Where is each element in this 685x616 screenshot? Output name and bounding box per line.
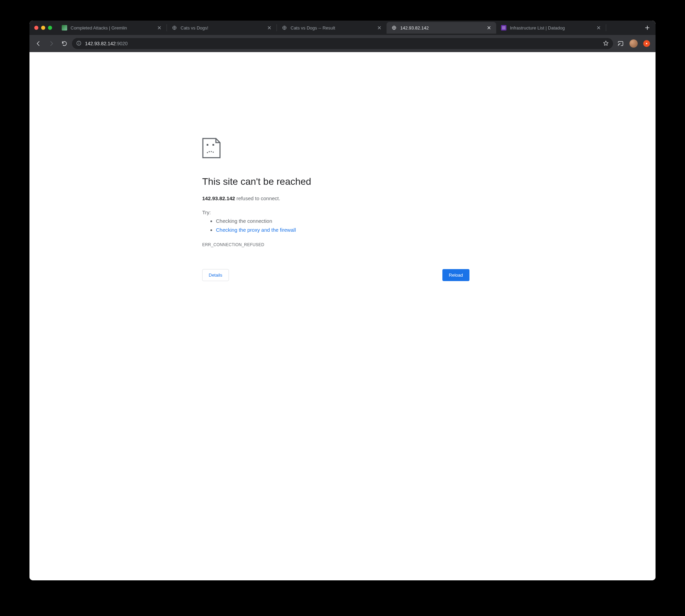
svg-rect-7 (207, 144, 208, 146)
window-close-button[interactable] (34, 26, 38, 30)
error-message-suffix: refused to connect. (235, 195, 280, 201)
tab-title: Cats vs Dogs -- Result (291, 25, 374, 31)
error-page: This site can't be reached 142.93.82.142… (202, 138, 469, 281)
svg-rect-8 (212, 144, 214, 146)
extension-icon[interactable] (641, 38, 652, 49)
cast-icon[interactable] (615, 38, 626, 49)
tab-active-ip[interactable]: 142.93.82.142 (387, 22, 496, 34)
error-host: 142.93.82.142 (202, 195, 235, 201)
profile-avatar[interactable] (628, 38, 639, 49)
tab-separator (606, 24, 606, 31)
details-button[interactable]: Details (202, 269, 229, 281)
tab-list: Completed Attacks | Gremlin Cats vs Dogs… (57, 21, 640, 35)
url-text: 142.93.82.142:9020 (85, 41, 128, 46)
tab-close-icon[interactable] (377, 25, 382, 30)
favicon-datadog-icon (501, 25, 506, 31)
forward-button[interactable] (46, 38, 57, 49)
back-button[interactable] (33, 38, 44, 49)
address-bar[interactable]: 142.93.82.142:9020 (72, 38, 613, 49)
suggestion-text: Checking the connection (216, 218, 272, 224)
favicon-globe-icon (391, 25, 397, 31)
new-tab-button[interactable] (643, 23, 652, 33)
tab-close-icon[interactable] (596, 25, 601, 30)
tab-close-icon[interactable] (157, 25, 162, 30)
tab-title: Infrastructure List | Datadog (510, 25, 593, 31)
svg-point-4 (78, 42, 79, 43)
tab-cats-vs-dogs-result[interactable]: Cats vs Dogs -- Result (277, 22, 387, 34)
error-actions: Details Reload (202, 269, 469, 281)
page-viewport: This site can't be reached 142.93.82.142… (29, 52, 656, 580)
suggestion-list: Checking the connection Checking the pro… (202, 217, 469, 234)
window-maximize-button[interactable] (48, 26, 52, 30)
sad-page-icon (202, 138, 469, 160)
suggestion-item: Checking the proxy and the firewall (216, 226, 469, 234)
window-controls (34, 26, 52, 30)
browser-window: Completed Attacks | Gremlin Cats vs Dogs… (29, 21, 656, 580)
tab-title: 142.93.82.142 (400, 25, 483, 31)
error-message: 142.93.82.142 refused to connect. (202, 195, 469, 201)
tab-close-icon[interactable] (487, 25, 491, 30)
reload-button[interactable] (59, 38, 70, 49)
bookmark-star-icon[interactable] (603, 40, 609, 47)
tab-datadog[interactable]: Infrastructure List | Datadog (496, 22, 606, 34)
url-host: 142.93.82.142 (85, 41, 116, 46)
tab-strip: Completed Attacks | Gremlin Cats vs Dogs… (29, 21, 656, 35)
favicon-globe-icon (282, 25, 287, 31)
url-port: :9020 (116, 41, 128, 46)
svg-point-6 (646, 43, 647, 44)
error-code: ERR_CONNECTION_REFUSED (202, 242, 469, 247)
reload-page-button[interactable]: Reload (442, 269, 469, 281)
tab-close-icon[interactable] (267, 25, 272, 30)
tab-cats-vs-dogs[interactable]: Cats vs Dogs! (167, 22, 277, 34)
tab-title: Completed Attacks | Gremlin (71, 25, 154, 31)
svg-rect-5 (78, 43, 79, 44)
try-label: Try: (202, 209, 469, 215)
tab-title: Cats vs Dogs! (181, 25, 264, 31)
error-title: This site can't be reached (202, 176, 469, 187)
suggestion-item: Checking the connection (216, 217, 469, 226)
suggestion-link[interactable]: Checking the proxy and the firewall (216, 227, 296, 233)
tab-gremlin[interactable]: Completed Attacks | Gremlin (57, 22, 167, 34)
toolbar: 142.93.82.142:9020 (29, 35, 656, 52)
favicon-globe-icon (172, 25, 177, 31)
site-info-icon[interactable] (76, 40, 82, 47)
favicon-gremlin-icon (62, 25, 67, 31)
window-minimize-button[interactable] (41, 26, 45, 30)
